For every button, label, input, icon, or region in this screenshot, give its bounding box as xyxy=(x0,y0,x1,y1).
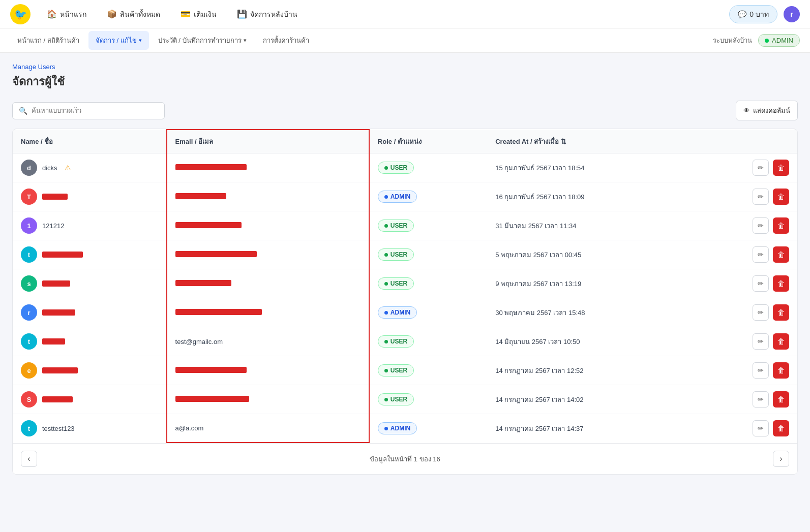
breadcrumb[interactable]: Manage Users xyxy=(12,63,798,71)
next-page-button[interactable]: › xyxy=(773,451,789,467)
edit-button[interactable]: ✏ xyxy=(753,333,769,350)
edit-button[interactable]: ✏ xyxy=(753,160,769,176)
role-cell: ADMIN xyxy=(369,182,487,211)
search-input[interactable] xyxy=(32,107,158,114)
nav-backend[interactable]: 💾 จัดการหลังบ้าน xyxy=(233,7,302,22)
nav-home[interactable]: 🏠 หน้าแรก xyxy=(43,7,91,22)
redacted-name xyxy=(42,367,78,373)
role-label: USER xyxy=(391,222,407,229)
role-cell: USER xyxy=(369,269,487,298)
edit-button[interactable]: ✏ xyxy=(753,217,769,234)
edit-button[interactable]: ✏ xyxy=(753,246,769,263)
delete-button[interactable]: 🗑 xyxy=(773,189,789,205)
col-header-created[interactable]: Created At / สร้างเมื่อ ⇅ xyxy=(487,130,694,153)
subnav-history-label: ประวัติ / บันทึกการทำรายการ xyxy=(158,35,242,46)
products-icon: 📦 xyxy=(107,9,117,19)
role-badge: USER xyxy=(378,364,414,377)
user-avatar[interactable]: r xyxy=(784,6,800,22)
name-cell: ddicks⚠ xyxy=(13,153,167,182)
created-at-cell: 14 มิถุนายน 2567 เวลา 10:50 xyxy=(487,327,694,356)
delete-button[interactable]: 🗑 xyxy=(773,420,789,436)
delete-button[interactable]: 🗑 xyxy=(773,362,789,379)
role-cell: USER xyxy=(369,211,487,240)
created-at-cell: 9 พฤษภาคม 2567 เวลา 13:19 xyxy=(487,269,694,298)
balance-button[interactable]: 💬 0 บาท xyxy=(729,5,777,23)
role-cell: ADMIN xyxy=(369,414,487,443)
edit-button[interactable]: ✏ xyxy=(753,189,769,205)
edit-button[interactable]: ✏ xyxy=(753,391,769,408)
topup-icon: 💳 xyxy=(181,9,191,19)
user-initial: r xyxy=(790,10,793,18)
delete-button[interactable]: 🗑 xyxy=(773,246,789,263)
subnav-home[interactable]: หน้าแรก / สถิติร้านค้า xyxy=(10,31,86,50)
name-cell: s xyxy=(13,269,167,298)
actions-cell: ✏ 🗑 xyxy=(694,327,797,356)
nav-topup-label: เติมเงิน xyxy=(194,9,217,20)
nav-topup[interactable]: 💳 เติมเงิน xyxy=(176,7,221,22)
redacted-email xyxy=(175,367,247,373)
role-badge: ADMIN xyxy=(378,422,417,434)
edit-button[interactable]: ✏ xyxy=(753,420,769,436)
delete-button[interactable]: 🗑 xyxy=(773,275,789,292)
table-row: ttest@gmailc.om USER 14 มิถุนายน 2567 เว… xyxy=(13,327,797,356)
page-content: Manage Users จัดการผู้ใช้ 🔍 👁 แสดงคอลัมน… xyxy=(0,53,810,485)
role-label: ADMIN xyxy=(391,309,410,316)
sub-nav-right: ระบบหลังบ้าน ADMIN xyxy=(713,34,800,47)
table-row: t USER 5 พฤษภาคม 2567 เวลา 00:45 ✏ 🗑 xyxy=(13,240,797,269)
delete-button[interactable]: 🗑 xyxy=(773,160,789,176)
app-logo: 🐦 xyxy=(10,4,31,24)
email-cell: a@a.com xyxy=(167,414,369,443)
actions-cell: ✏ 🗑 xyxy=(694,356,797,385)
prev-page-button[interactable]: ‹ xyxy=(21,451,37,467)
name-cell: 1121212 xyxy=(13,211,167,240)
chevron-down-icon-2: ▾ xyxy=(244,37,247,44)
edit-button[interactable]: ✏ xyxy=(753,275,769,292)
name-cell: S xyxy=(13,385,167,414)
user-avatar-small: r xyxy=(21,304,37,321)
created-at-cell: 31 มีนาคม 2567 เวลา 11:34 xyxy=(487,211,694,240)
subnav-history[interactable]: ประวัติ / บันทึกการทำรายการ ▾ xyxy=(151,31,254,50)
name-cell: t xyxy=(13,327,167,356)
role-label: ADMIN xyxy=(391,425,410,432)
name-cell: T xyxy=(13,182,167,211)
redacted-email xyxy=(175,396,249,402)
col-header-email: Email / อีเมล xyxy=(167,130,369,153)
role-dot xyxy=(384,224,388,228)
subnav-manage[interactable]: จัดการ / แก้ไข ▾ xyxy=(88,31,149,50)
show-cols-label: แสดงคอลัมน์ xyxy=(753,105,790,116)
email-cell xyxy=(167,385,369,414)
role-badge: USER xyxy=(378,248,414,261)
actions-cell: ✏ 🗑 xyxy=(694,298,797,327)
show-columns-button[interactable]: 👁 แสดงคอลัมน์ xyxy=(736,101,798,120)
delete-button[interactable]: 🗑 xyxy=(773,217,789,234)
users-table: Name / ชื่อ Email / อีเมล Role / ตำแหน่ง… xyxy=(12,129,798,475)
delete-button[interactable]: 🗑 xyxy=(773,391,789,408)
created-at-cell: 14 กรกฎาคม 2567 เวลา 12:52 xyxy=(487,356,694,385)
edit-button[interactable]: ✏ xyxy=(753,304,769,321)
user-name: testtest123 xyxy=(42,425,75,432)
subnav-settings[interactable]: การตั้งค่าร้านค้า xyxy=(256,31,316,50)
created-at-cell: 16 กุมภาพันธ์ 2567 เวลา 18:09 xyxy=(487,182,694,211)
redacted-email xyxy=(175,193,226,199)
name-cell: e xyxy=(13,356,167,385)
email-cell: test@gmailc.om xyxy=(167,327,369,356)
delete-button[interactable]: 🗑 xyxy=(773,333,789,350)
user-avatar-small: t xyxy=(21,246,37,263)
nav-products[interactable]: 📦 สินค้าทั้งหมด xyxy=(103,7,164,22)
role-label: USER xyxy=(391,251,407,258)
backend-icon: 💾 xyxy=(237,9,247,19)
email-address: a@a.com xyxy=(175,424,204,432)
pagination-info: ข้อมูลในหน้าที่ 1 ของ 16 xyxy=(370,454,440,464)
redacted-email xyxy=(175,164,247,170)
email-cell xyxy=(167,356,369,385)
edit-button[interactable]: ✏ xyxy=(753,362,769,379)
created-at-cell: 30 พฤษภาคม 2567 เวลา 15:48 xyxy=(487,298,694,327)
nav-home-label: หน้าแรก xyxy=(60,9,86,20)
backend-label: ระบบหลังบ้าน xyxy=(713,35,752,46)
delete-button[interactable]: 🗑 xyxy=(773,304,789,321)
role-dot xyxy=(384,282,388,286)
nav-backend-label: จัดการหลังบ้าน xyxy=(250,9,297,20)
redacted-name xyxy=(42,396,73,402)
role-badge: USER xyxy=(378,220,414,232)
balance-amount: 0 บาท xyxy=(749,9,769,20)
